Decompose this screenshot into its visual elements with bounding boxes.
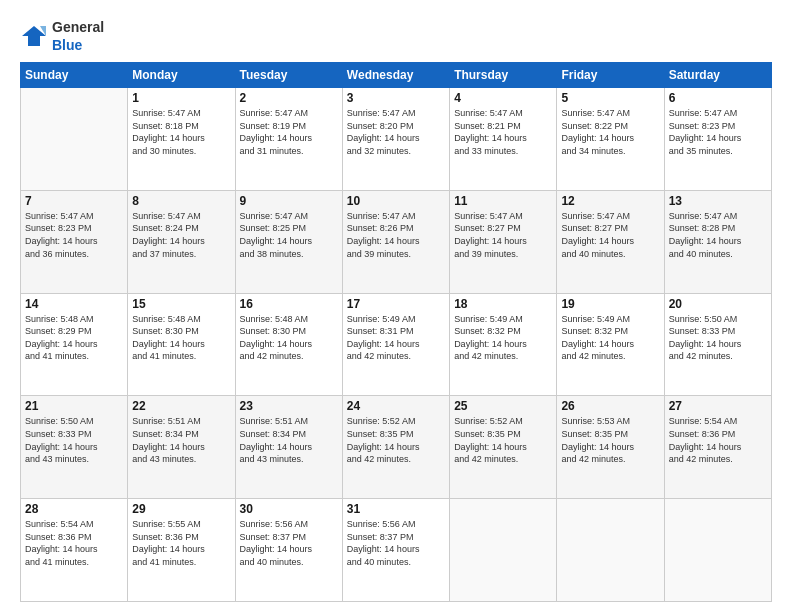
- day-number: 12: [561, 194, 659, 208]
- day-info: Sunrise: 5:48 AM Sunset: 8:30 PM Dayligh…: [132, 313, 230, 363]
- day-number: 20: [669, 297, 767, 311]
- day-info: Sunrise: 5:47 AM Sunset: 8:22 PM Dayligh…: [561, 107, 659, 157]
- calendar-day-cell: 10Sunrise: 5:47 AM Sunset: 8:26 PM Dayli…: [342, 190, 449, 293]
- day-number: 8: [132, 194, 230, 208]
- day-number: 23: [240, 399, 338, 413]
- calendar-day-cell: 7Sunrise: 5:47 AM Sunset: 8:23 PM Daylig…: [21, 190, 128, 293]
- day-number: 9: [240, 194, 338, 208]
- calendar-day-cell: 2Sunrise: 5:47 AM Sunset: 8:19 PM Daylig…: [235, 88, 342, 191]
- day-number: 24: [347, 399, 445, 413]
- weekday-header-friday: Friday: [557, 63, 664, 88]
- calendar-day-cell: 6Sunrise: 5:47 AM Sunset: 8:23 PM Daylig…: [664, 88, 771, 191]
- calendar-day-cell: [450, 499, 557, 602]
- calendar-day-cell: 14Sunrise: 5:48 AM Sunset: 8:29 PM Dayli…: [21, 293, 128, 396]
- header: GeneralBlue General Blue: [20, 18, 772, 54]
- day-number: 17: [347, 297, 445, 311]
- day-info: Sunrise: 5:47 AM Sunset: 8:21 PM Dayligh…: [454, 107, 552, 157]
- calendar-day-cell: 11Sunrise: 5:47 AM Sunset: 8:27 PM Dayli…: [450, 190, 557, 293]
- calendar-day-cell: 21Sunrise: 5:50 AM Sunset: 8:33 PM Dayli…: [21, 396, 128, 499]
- calendar-day-cell: 31Sunrise: 5:56 AM Sunset: 8:37 PM Dayli…: [342, 499, 449, 602]
- day-info: Sunrise: 5:54 AM Sunset: 8:36 PM Dayligh…: [669, 415, 767, 465]
- calendar-day-cell: 26Sunrise: 5:53 AM Sunset: 8:35 PM Dayli…: [557, 396, 664, 499]
- day-number: 1: [132, 91, 230, 105]
- calendar-week-row: 7Sunrise: 5:47 AM Sunset: 8:23 PM Daylig…: [21, 190, 772, 293]
- day-number: 16: [240, 297, 338, 311]
- calendar-day-cell: 1Sunrise: 5:47 AM Sunset: 8:18 PM Daylig…: [128, 88, 235, 191]
- calendar-table: SundayMondayTuesdayWednesdayThursdayFrid…: [20, 62, 772, 602]
- calendar-day-cell: 23Sunrise: 5:51 AM Sunset: 8:34 PM Dayli…: [235, 396, 342, 499]
- calendar-week-row: 1Sunrise: 5:47 AM Sunset: 8:18 PM Daylig…: [21, 88, 772, 191]
- calendar-day-cell: [557, 499, 664, 602]
- calendar-day-cell: 27Sunrise: 5:54 AM Sunset: 8:36 PM Dayli…: [664, 396, 771, 499]
- day-number: 19: [561, 297, 659, 311]
- day-number: 6: [669, 91, 767, 105]
- day-info: Sunrise: 5:49 AM Sunset: 8:32 PM Dayligh…: [454, 313, 552, 363]
- day-info: Sunrise: 5:47 AM Sunset: 8:23 PM Dayligh…: [25, 210, 123, 260]
- calendar-day-cell: [664, 499, 771, 602]
- day-number: 22: [132, 399, 230, 413]
- weekday-header-tuesday: Tuesday: [235, 63, 342, 88]
- calendar-day-cell: 17Sunrise: 5:49 AM Sunset: 8:31 PM Dayli…: [342, 293, 449, 396]
- day-info: Sunrise: 5:47 AM Sunset: 8:18 PM Dayligh…: [132, 107, 230, 157]
- calendar-day-cell: 16Sunrise: 5:48 AM Sunset: 8:30 PM Dayli…: [235, 293, 342, 396]
- day-number: 25: [454, 399, 552, 413]
- day-info: Sunrise: 5:49 AM Sunset: 8:32 PM Dayligh…: [561, 313, 659, 363]
- day-info: Sunrise: 5:47 AM Sunset: 8:26 PM Dayligh…: [347, 210, 445, 260]
- weekday-header-thursday: Thursday: [450, 63, 557, 88]
- day-number: 26: [561, 399, 659, 413]
- day-info: Sunrise: 5:48 AM Sunset: 8:30 PM Dayligh…: [240, 313, 338, 363]
- logo-bird-icon: [20, 22, 48, 50]
- day-number: 31: [347, 502, 445, 516]
- day-info: Sunrise: 5:51 AM Sunset: 8:34 PM Dayligh…: [240, 415, 338, 465]
- weekday-header-sunday: Sunday: [21, 63, 128, 88]
- calendar-day-cell: [21, 88, 128, 191]
- day-info: Sunrise: 5:49 AM Sunset: 8:31 PM Dayligh…: [347, 313, 445, 363]
- day-info: Sunrise: 5:55 AM Sunset: 8:36 PM Dayligh…: [132, 518, 230, 568]
- calendar-day-cell: 28Sunrise: 5:54 AM Sunset: 8:36 PM Dayli…: [21, 499, 128, 602]
- day-info: Sunrise: 5:47 AM Sunset: 8:24 PM Dayligh…: [132, 210, 230, 260]
- calendar-day-cell: 12Sunrise: 5:47 AM Sunset: 8:27 PM Dayli…: [557, 190, 664, 293]
- day-number: 2: [240, 91, 338, 105]
- calendar-day-cell: 13Sunrise: 5:47 AM Sunset: 8:28 PM Dayli…: [664, 190, 771, 293]
- calendar-day-cell: 29Sunrise: 5:55 AM Sunset: 8:36 PM Dayli…: [128, 499, 235, 602]
- calendar-day-cell: 24Sunrise: 5:52 AM Sunset: 8:35 PM Dayli…: [342, 396, 449, 499]
- day-info: Sunrise: 5:56 AM Sunset: 8:37 PM Dayligh…: [240, 518, 338, 568]
- day-info: Sunrise: 5:47 AM Sunset: 8:27 PM Dayligh…: [561, 210, 659, 260]
- day-number: 7: [25, 194, 123, 208]
- calendar-day-cell: 30Sunrise: 5:56 AM Sunset: 8:37 PM Dayli…: [235, 499, 342, 602]
- calendar-day-cell: 19Sunrise: 5:49 AM Sunset: 8:32 PM Dayli…: [557, 293, 664, 396]
- day-info: Sunrise: 5:52 AM Sunset: 8:35 PM Dayligh…: [347, 415, 445, 465]
- day-info: Sunrise: 5:52 AM Sunset: 8:35 PM Dayligh…: [454, 415, 552, 465]
- logo: GeneralBlue General Blue: [20, 18, 108, 54]
- calendar-week-row: 21Sunrise: 5:50 AM Sunset: 8:33 PM Dayli…: [21, 396, 772, 499]
- day-number: 27: [669, 399, 767, 413]
- calendar-day-cell: 18Sunrise: 5:49 AM Sunset: 8:32 PM Dayli…: [450, 293, 557, 396]
- day-number: 10: [347, 194, 445, 208]
- day-info: Sunrise: 5:47 AM Sunset: 8:28 PM Dayligh…: [669, 210, 767, 260]
- day-number: 21: [25, 399, 123, 413]
- day-number: 18: [454, 297, 552, 311]
- day-info: Sunrise: 5:50 AM Sunset: 8:33 PM Dayligh…: [669, 313, 767, 363]
- weekday-header-row: SundayMondayTuesdayWednesdayThursdayFrid…: [21, 63, 772, 88]
- day-number: 28: [25, 502, 123, 516]
- calendar-week-row: 28Sunrise: 5:54 AM Sunset: 8:36 PM Dayli…: [21, 499, 772, 602]
- day-number: 15: [132, 297, 230, 311]
- day-number: 4: [454, 91, 552, 105]
- calendar-day-cell: 9Sunrise: 5:47 AM Sunset: 8:25 PM Daylig…: [235, 190, 342, 293]
- page: GeneralBlue General Blue SundayMondayTue…: [0, 0, 792, 612]
- calendar-day-cell: 8Sunrise: 5:47 AM Sunset: 8:24 PM Daylig…: [128, 190, 235, 293]
- day-number: 30: [240, 502, 338, 516]
- calendar-day-cell: 5Sunrise: 5:47 AM Sunset: 8:22 PM Daylig…: [557, 88, 664, 191]
- calendar-day-cell: 22Sunrise: 5:51 AM Sunset: 8:34 PM Dayli…: [128, 396, 235, 499]
- day-number: 5: [561, 91, 659, 105]
- day-number: 3: [347, 91, 445, 105]
- day-info: Sunrise: 5:47 AM Sunset: 8:19 PM Dayligh…: [240, 107, 338, 157]
- day-info: Sunrise: 5:56 AM Sunset: 8:37 PM Dayligh…: [347, 518, 445, 568]
- day-number: 11: [454, 194, 552, 208]
- weekday-header-wednesday: Wednesday: [342, 63, 449, 88]
- day-info: Sunrise: 5:54 AM Sunset: 8:36 PM Dayligh…: [25, 518, 123, 568]
- day-number: 14: [25, 297, 123, 311]
- day-info: Sunrise: 5:47 AM Sunset: 8:20 PM Dayligh…: [347, 107, 445, 157]
- calendar-week-row: 14Sunrise: 5:48 AM Sunset: 8:29 PM Dayli…: [21, 293, 772, 396]
- calendar-day-cell: 25Sunrise: 5:52 AM Sunset: 8:35 PM Dayli…: [450, 396, 557, 499]
